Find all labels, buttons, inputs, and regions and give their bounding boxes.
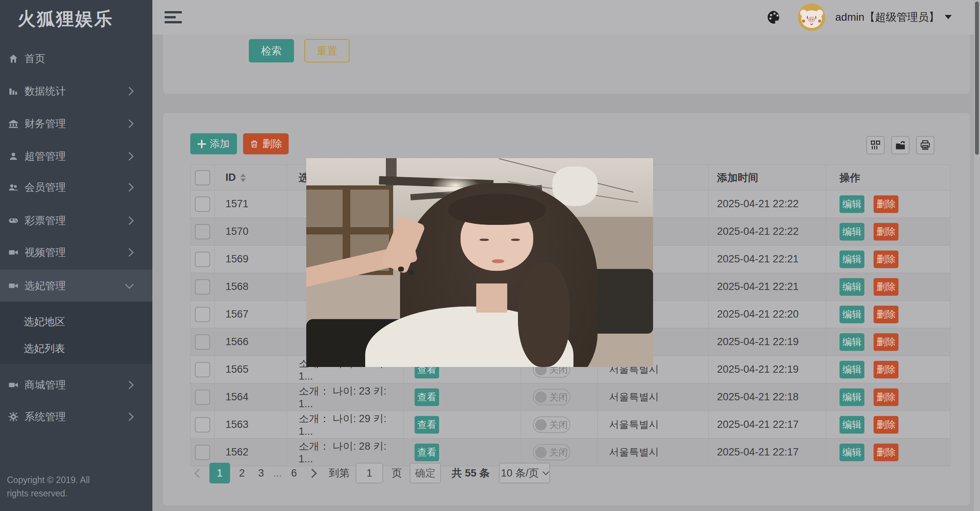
hamburger-menu-icon[interactable]: [165, 11, 182, 23]
row-checkbox[interactable]: [195, 224, 210, 239]
row-checkbox[interactable]: [195, 279, 210, 295]
edit-button[interactable]: 编辑: [840, 444, 864, 461]
edit-button[interactable]: 编辑: [840, 361, 864, 378]
batch-delete-button[interactable]: 删除: [243, 133, 289, 154]
row-checkbox[interactable]: [195, 307, 210, 322]
row-checkbox[interactable]: [195, 445, 210, 460]
row-checkbox[interactable]: [195, 197, 210, 212]
video-camera-icon: [8, 280, 19, 292]
row-delete-button[interactable]: 删除: [874, 195, 898, 213]
sidebar-item-label: 系统管理: [24, 410, 66, 424]
row-checkbox[interactable]: [195, 362, 210, 377]
cell-time: 2025-04-21 22:22: [709, 218, 826, 245]
reset-button[interactable]: 重置: [304, 39, 350, 62]
sidebar-item-superadmin[interactable]: 超管管理: [0, 140, 152, 172]
home-icon: [8, 53, 19, 64]
sidebar-item-consort[interactable]: 选妃管理: [0, 269, 152, 302]
pagination-page-6[interactable]: 6: [284, 467, 304, 479]
row-checkbox[interactable]: [195, 390, 210, 405]
sidebar-item-video[interactable]: 视频管理: [0, 236, 152, 269]
edit-button[interactable]: 编辑: [840, 195, 864, 213]
sidebar: 火狐狸娱乐 首页 数据统计 财务管理 超管管理: [0, 0, 152, 511]
edit-button[interactable]: 编辑: [840, 306, 864, 323]
sidebar-subitem-list[interactable]: 选妃列表: [0, 335, 152, 362]
pagination-page-2[interactable]: 2: [232, 467, 252, 479]
view-button[interactable]: 查看: [415, 388, 439, 406]
sidebar-item-members[interactable]: 会员管理: [0, 171, 152, 203]
sidebar-item-finance[interactable]: 财务管理: [0, 107, 152, 140]
cell-time: 2025-04-21 22:18: [709, 383, 826, 411]
cell-time: 2025-04-21 22:21: [709, 273, 826, 300]
caret-down-icon: [945, 15, 952, 23]
sidebar-item-home[interactable]: 首页: [0, 42, 152, 75]
sidebar-subitem-label: 选妃地区: [24, 315, 65, 329]
pagination-next[interactable]: [304, 470, 320, 477]
page-size-select[interactable]: 10 条/页: [499, 463, 550, 483]
cell-id: 1569: [215, 246, 287, 273]
row-checkbox[interactable]: [195, 334, 210, 350]
cell-time: 2025-04-21 22:17: [709, 411, 826, 438]
pagination-page-1[interactable]: 1: [209, 463, 230, 483]
status-toggle[interactable]: 关闭: [533, 416, 570, 433]
sidebar-item-label: 会员管理: [24, 180, 66, 194]
status-toggle[interactable]: 关闭: [533, 389, 570, 405]
row-delete-button[interactable]: 删除: [874, 388, 898, 406]
sidebar-item-label: 商城管理: [24, 378, 66, 392]
row-delete-button[interactable]: 删除: [874, 416, 898, 434]
scrollbar-thumb[interactable]: [975, 2, 979, 155]
export-button[interactable]: [891, 136, 910, 154]
edit-button[interactable]: 编辑: [840, 278, 864, 296]
row-delete-button[interactable]: 删除: [874, 251, 898, 268]
theme-palette-icon[interactable]: [766, 10, 782, 25]
cell-id: 1570: [215, 218, 287, 245]
add-button[interactable]: 添加: [190, 133, 237, 154]
row-checkbox[interactable]: [195, 417, 210, 432]
user-avatar[interactable]: [798, 3, 825, 31]
cell-city: 서울특별시: [598, 439, 709, 466]
sidebar-subitem-label: 选妃列表: [24, 342, 65, 355]
search-button[interactable]: 检索: [249, 39, 294, 62]
chevron-down-icon: [125, 280, 134, 289]
row-delete-button[interactable]: 删除: [874, 444, 898, 461]
user-dropdown[interactable]: admin【超级管理员】: [835, 10, 939, 25]
row-checkbox[interactable]: [195, 252, 210, 267]
sidebar-item-mall[interactable]: 商城管理: [0, 369, 152, 401]
sidebar-item-label: 超管管理: [24, 149, 66, 163]
status-toggle[interactable]: 关闭: [533, 444, 570, 460]
sidebar-item-system[interactable]: 系统管理: [0, 400, 152, 433]
columns-filter-button[interactable]: [866, 136, 885, 154]
bank-icon: [8, 118, 19, 129]
sidebar-item-stats[interactable]: 数据统计: [0, 75, 152, 107]
sidebar-item-label: 数据统计: [24, 84, 66, 98]
toggle-knob: [535, 419, 547, 431]
goto-confirm-button[interactable]: 确定: [410, 463, 441, 483]
search-panel: 检索 重置: [163, 34, 970, 94]
edit-button[interactable]: 编辑: [840, 251, 864, 268]
edit-button[interactable]: 编辑: [840, 223, 864, 241]
chevron-down-icon: [542, 469, 549, 475]
edit-button[interactable]: 编辑: [840, 333, 864, 351]
row-delete-button[interactable]: 删除: [874, 306, 898, 323]
row-delete-button[interactable]: 删除: [874, 223, 898, 241]
chevron-right-icon: [125, 380, 134, 389]
sidebar-item-label: 视频管理: [24, 246, 66, 259]
pagination-page-3[interactable]: 3: [252, 467, 271, 479]
goto-page-input[interactable]: [356, 463, 383, 483]
sort-icon[interactable]: [240, 174, 246, 182]
cell-time: 2025-04-21 22:19: [709, 356, 826, 383]
edit-button[interactable]: 编辑: [840, 416, 864, 434]
row-delete-button[interactable]: 删除: [874, 278, 898, 296]
sidebar-item-lottery[interactable]: 彩票管理: [0, 204, 152, 237]
print-button[interactable]: [916, 136, 934, 154]
row-delete-button[interactable]: 删除: [874, 361, 898, 378]
photo-preview-overlay[interactable]: [306, 158, 653, 367]
edit-button[interactable]: 编辑: [840, 388, 864, 406]
select-all-checkbox[interactable]: [195, 170, 210, 185]
view-button[interactable]: 查看: [415, 444, 439, 461]
row-delete-button[interactable]: 删除: [874, 333, 898, 351]
cell-id: 1567: [215, 301, 287, 328]
sidebar-item-label: 彩票管理: [24, 214, 66, 228]
pagination-prev[interactable]: [190, 470, 207, 477]
view-button[interactable]: 查看: [415, 416, 439, 434]
sidebar-subitem-region[interactable]: 选妃地区: [0, 308, 152, 335]
